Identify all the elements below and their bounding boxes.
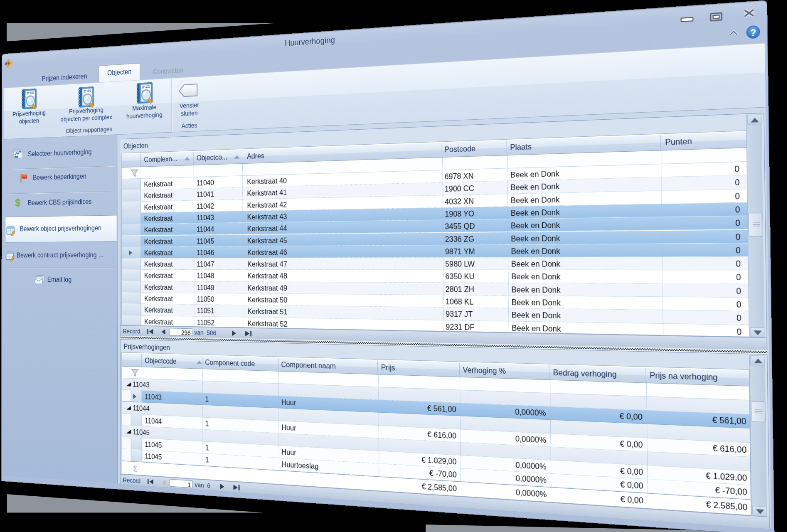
svg-text:S: S [15, 197, 20, 208]
